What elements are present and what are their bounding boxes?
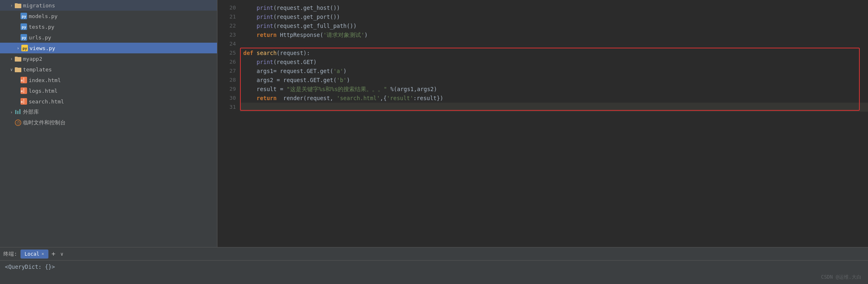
line-num-20: 20 [217,3,236,12]
code-text: search [257,48,277,57]
code-text: 'b' [337,76,347,85]
code-text [243,30,257,39]
svg-rect-24 [17,111,18,114]
code-text: args1= request.GET.get( [243,66,333,76]
sidebar-item-templates[interactable]: ∨ templates [0,64,217,75]
line-num-28: 28 [217,76,236,85]
terminal-output: <QueryDict: {}> [0,261,868,284]
line-num-27: 27 [217,66,236,76]
code-content-area: 20 21 22 23 24 25 26 27 28 29 30 31 [217,0,868,247]
line-num-23: 23 [217,30,236,39]
terminal-down-button[interactable]: ∨ [59,251,65,257]
svg-rect-23 [15,110,16,114]
sidebar-item-label: urls.py [29,34,51,41]
code-text [243,3,257,12]
code-line-25: def search(request): [240,48,868,57]
code-text: args2 = request.GET.get( [243,76,337,85]
terminal-output-text: <QueryDict: {}> [5,263,55,270]
html-file-icon: H [21,87,27,94]
sidebar-item-label: views.py [30,45,55,51]
code-text: :result}) [413,94,443,103]
sidebar-item-models-py[interactable]: py models.py [0,11,217,21]
collapse-arrow: › [8,3,15,8]
html-file-icon: H [21,98,27,105]
python-file-icon: py [21,34,27,41]
terminal-tab-close-button[interactable]: × [41,251,44,257]
terminal-panel: 终端: Local × + ∨ <QueryDict: {}> [0,247,868,284]
code-text [243,94,257,103]
svg-text:py: py [22,36,26,40]
line-num-21: 21 [217,12,236,21]
html-file-icon: H [21,77,27,83]
sidebar-item-tests-py[interactable]: py tests.py [0,21,217,32]
sidebar-item-external-lib[interactable]: › 外部库 [0,107,217,117]
line-num-22: 22 [217,21,236,30]
line-num-30: 30 [217,94,236,103]
code-text: (request.get_host()) [273,3,340,12]
line-num-29: 29 [217,85,236,94]
code-text: '请求对象测试' [323,30,364,39]
code-text: HttpResponse( [276,30,323,39]
line-num-26: 26 [217,57,236,66]
code-text: render(request, [276,94,336,103]
sidebar-item-index-html[interactable]: H index.html [0,75,217,85]
sidebar-item-search-html[interactable]: H search.html [0,96,217,107]
collapse-arrow: › [8,57,15,61]
sidebar-item-temp-files[interactable]: ⏱ 临时文件和控制台 [0,117,217,128]
sidebar-item-label: myapp2 [23,56,42,62]
code-text: ,{ [380,94,386,103]
folder-icon [15,55,21,62]
code-text: (request): [276,48,310,57]
code-text: (request.GET) [273,57,317,66]
sidebar-item-views-py[interactable]: › py views.py [0,43,217,53]
line-num-31: 31 [217,103,236,112]
code-text: print [257,3,274,12]
folder-icon [15,66,21,73]
sidebar-item-label: index.html [29,77,61,83]
svg-text:H: H [21,101,23,104]
code-line-24 [240,39,868,48]
code-text [243,12,257,21]
code-text: print [257,21,274,30]
code-line-28: args2 = request.GET.get('b') [240,76,868,85]
code-line-20: print(request.get_host()) [240,3,868,12]
code-text [243,57,257,66]
sidebar-item-migrations[interactable]: › migrations [0,0,217,11]
terminal-tab-local[interactable]: Local × [21,250,48,259]
collapse-arrow: › [15,46,21,50]
code-text: (request.get_port()) [273,12,340,21]
sidebar-item-myapp2[interactable]: › myapp2 [0,53,217,64]
code-text: 'result' [387,94,413,103]
sidebar-item-label: 外部库 [23,108,39,116]
sidebar-item-label: search.html [29,98,64,105]
sidebar-item-label: templates [23,66,52,73]
file-tree-sidebar: › migrations py models.py py [0,0,217,247]
line-num-24: 24 [217,39,236,48]
code-line-23: return HttpResponse('请求对象测试') [240,30,868,39]
code-text: def [243,48,253,57]
code-lines-container[interactable]: print(request.get_host()) print(request.… [240,0,868,247]
code-text: (request.get_full_path()) [273,21,356,30]
terminal-tab-bar: 终端: Local × + ∨ [0,247,868,261]
sidebar-item-label: logs.html [29,88,57,94]
main-layout: › migrations py models.py py [0,0,868,247]
code-line-31 [240,103,868,112]
python-file-icon: py [21,23,27,30]
code-text: result = [243,85,287,94]
svg-text:H: H [21,90,23,93]
sidebar-item-label: migrations [23,2,55,9]
code-editor: 20 21 22 23 24 25 26 27 28 29 30 31 [217,0,868,247]
line-num-25: 25 [217,48,236,57]
code-text: return [257,30,277,39]
temp-files-icon: ⏱ [15,119,21,126]
sidebar-item-logs-html[interactable]: H logs.html [0,85,217,96]
code-line-22: print(request.get_full_path()) [240,21,868,30]
code-text: %(args1,args2) [387,85,437,94]
terminal-add-button[interactable]: + [50,250,57,258]
code-line-21: print(request.get_port()) [240,12,868,21]
svg-text:⏱: ⏱ [16,121,21,125]
code-line-30: return render(request, 'search.html',{'r… [240,94,868,103]
svg-rect-13 [15,67,18,69]
terminal-label: 终端: [3,250,17,258]
sidebar-item-urls-py[interactable]: py urls.py [0,32,217,43]
